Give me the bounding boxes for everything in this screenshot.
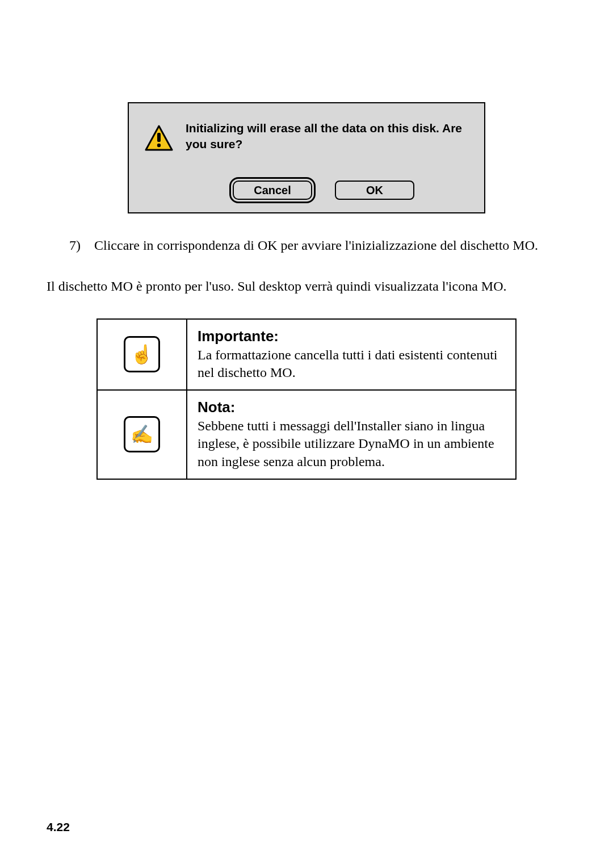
importante-text: La formattazione cancella tutti i dati e… [198, 346, 505, 381]
importante-icon-cell: ☝ [97, 319, 187, 390]
warning-icon [145, 125, 173, 153]
step-number: 7) [69, 236, 94, 254]
dialog-message: Initializing will erase all the data on … [186, 120, 468, 153]
document-page: Initializing will erase all the data on … [0, 0, 613, 868]
importante-heading: Importante: [198, 328, 505, 345]
confirmation-dialog: Initializing will erase all the data on … [128, 102, 485, 213]
notice-table: ☝ Importante: La formattazione cancella … [96, 318, 517, 480]
svg-rect-1 [157, 133, 161, 142]
nota-icon: ✍ [124, 416, 160, 452]
ok-button[interactable]: OK [335, 181, 414, 200]
nota-text-cell: Nota: Sebbene tutti i messaggi dell'Inst… [187, 390, 516, 479]
table-row: ✍ Nota: Sebbene tutti i messaggi dell'In… [97, 390, 516, 479]
instruction-step: 7) Cliccare in corrispondenza di OK per … [69, 236, 566, 254]
body-paragraph: Il dischetto MO è pronto per l'uso. Sul … [47, 277, 566, 295]
nota-icon-cell: ✍ [97, 390, 187, 479]
page-number: 4.22 [47, 820, 70, 834]
svg-point-2 [157, 144, 161, 147]
step-text: Cliccare in corrispondenza di OK per avv… [94, 236, 538, 254]
cancel-button[interactable]: Cancel [233, 181, 312, 200]
nota-heading: Nota: [198, 399, 505, 416]
writing-hand-icon: ✍ [131, 423, 153, 445]
table-row: ☝ Importante: La formattazione cancella … [97, 319, 516, 390]
dialog-content-row: Initializing will erase all the data on … [145, 120, 468, 153]
dialog-button-row: Cancel OK [179, 181, 468, 200]
importante-text-cell: Importante: La formattazione cancella tu… [187, 319, 516, 390]
importante-icon: ☝ [124, 336, 160, 372]
nota-text: Sebbene tutti i messaggi dell'Installer … [198, 417, 505, 471]
hand-point-up-icon: ☝ [131, 343, 153, 365]
